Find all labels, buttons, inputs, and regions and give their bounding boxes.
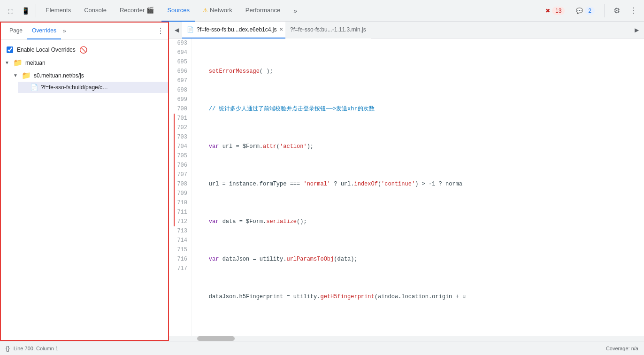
- scrollbar-thumb[interactable]: [197, 336, 235, 341]
- tab-sources[interactable]: Sources: [161, 0, 195, 22]
- message-badge-button[interactable]: 💬 2: [572, 5, 598, 17]
- folder-icon: 📁: [13, 58, 23, 67]
- inspect-icon[interactable]: ⬚: [4, 4, 17, 17]
- file-tab-icon: 📄: [187, 26, 194, 33]
- tab-page[interactable]: Page: [5, 23, 27, 39]
- recorder-icon: 🎬: [146, 7, 154, 14]
- toolbar: ⬚ 📱 Elements Console Recorder 🎬 Sources …: [0, 0, 644, 22]
- more-tabs-button[interactable]: »: [289, 4, 302, 17]
- more-options-button[interactable]: ⋮: [627, 4, 640, 17]
- tab-recorder[interactable]: Recorder 🎬: [114, 0, 160, 22]
- code-line: [195, 330, 640, 336]
- block-icon[interactable]: 🚫: [79, 46, 87, 54]
- status-bar: {} Line 700, Column 1 Coverage: n/a: [0, 341, 644, 355]
- file-tab-inactive[interactable]: ?f=fe-sso-fs:bu...-1.11.3.min.js: [285, 22, 371, 39]
- coverage-status: Coverage: n/a: [606, 346, 638, 351]
- tab-console[interactable]: Console: [78, 0, 112, 22]
- sidebar-more-tabs-button[interactable]: »: [63, 28, 66, 34]
- enable-overrides-checkbox[interactable]: [7, 46, 13, 53]
- arrow-icon: ▼: [5, 60, 10, 65]
- code-line: var url = $Form.attr('action');: [195, 142, 640, 151]
- file-icon: 📄: [30, 84, 38, 91]
- horizontal-scrollbar[interactable]: [169, 336, 644, 341]
- tab-overrides[interactable]: Overrides: [27, 23, 61, 39]
- editor-area: ◀ 📄 ?f=fe-sso-fs:bu...dex.e6eb1c4.js ✕ ?…: [169, 22, 644, 341]
- back-navigation-button[interactable]: ◀: [171, 24, 182, 36]
- file-tabs: ◀ 📄 ?f=fe-sso-fs:bu...dex.e6eb1c4.js ✕ ?…: [169, 22, 644, 39]
- code-line: var dataJson = utility.urlParamsToObj(da…: [195, 255, 640, 264]
- sidebar: Page Overrides » ⋮ Enable Local Override…: [0, 22, 169, 341]
- status-left: {} Line 700, Column 1: [6, 345, 58, 352]
- message-count: 2: [585, 7, 595, 15]
- code-line: url = instance.formType === 'normal' ? u…: [195, 179, 640, 189]
- code-content[interactable]: setErrorMessage( ); // 统计多少人通过了前端校验并点击登录…: [192, 39, 644, 336]
- tab-performance[interactable]: Performance: [240, 0, 286, 22]
- tree-item-s0meituan[interactable]: ▼ 📁 s0.meituan.net/bs/js: [9, 69, 168, 82]
- warning-icon: ⚠: [203, 7, 208, 14]
- line-col-status: Line 700, Column 1: [14, 346, 58, 351]
- error-badge-button[interactable]: ✖ 13: [542, 5, 568, 17]
- tab-elements[interactable]: Elements: [40, 0, 77, 22]
- toolbar-divider: [36, 4, 36, 17]
- format-icon[interactable]: {}: [6, 345, 10, 352]
- sidebar-tab-bar: Page Overrides » ⋮: [1, 23, 168, 39]
- tab-network[interactable]: ⚠ Network: [197, 0, 238, 22]
- device-icon[interactable]: 📱: [19, 4, 32, 17]
- code-view[interactable]: 693 694 695 696 697 698 699 700 701 702 …: [169, 39, 644, 336]
- error-count: 13: [552, 7, 565, 15]
- close-tab-button[interactable]: ✕: [279, 26, 283, 33]
- code-line: dataJson.h5Fingerprint = utility.getH5fi…: [195, 292, 640, 301]
- code-line: // 统计多少人通过了前端校验并点击登录按钮——>发送xhr的次数: [195, 104, 640, 114]
- code-line: var data = $Form.serialize();: [195, 217, 640, 226]
- forward-navigation-button[interactable]: ▶: [631, 24, 642, 36]
- file-tab-active[interactable]: 📄 ?f=fe-sso-fs:bu...dex.e6eb1c4.js ✕: [182, 22, 285, 39]
- tree-item-file[interactable]: ▶ 📄 ?f=fe-sso-fs:build/page/c…: [18, 82, 168, 93]
- sidebar-menu-button[interactable]: ⋮: [157, 26, 164, 35]
- line-numbers: 693 694 695 696 697 698 699 700 701 702 …: [169, 39, 192, 336]
- settings-button[interactable]: ⚙: [610, 4, 623, 17]
- enable-overrides-label: Enable Local Overrides: [17, 46, 76, 53]
- enable-overrides-item: Enable Local Overrides 🚫: [1, 43, 168, 56]
- main-layout: Page Overrides » ⋮ Enable Local Override…: [0, 22, 644, 341]
- code-line: setErrorMessage( );: [195, 67, 640, 76]
- folder-icon: 📁: [22, 71, 31, 80]
- tree-item-meituan[interactable]: ▼ 📁 meituan: [1, 56, 168, 69]
- sidebar-content: Enable Local Overrides 🚫 ▼ 📁 meituan ▼ 📁…: [1, 39, 168, 340]
- toolbar-right: ✖ 13 💬 2 ⚙ ⋮: [542, 4, 640, 17]
- arrow-icon: ▼: [13, 73, 19, 78]
